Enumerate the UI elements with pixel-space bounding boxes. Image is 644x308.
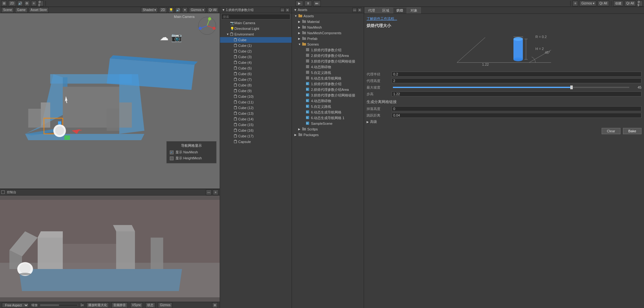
hierarchy-item-10[interactable]: Cube (7) xyxy=(220,77,292,82)
project-item-3[interactable]: ▶NavMeshComponents xyxy=(292,30,364,36)
project-item-15[interactable]: S4.动态障碍物 xyxy=(292,98,364,104)
advanced-row[interactable]: ▶ 高级 xyxy=(367,119,641,124)
scene-view-tab-game[interactable]: Game xyxy=(15,7,27,13)
hierarchy-item-13[interactable]: Cube (10) xyxy=(220,94,292,99)
hierarchy-item-7[interactable]: Cube (4) xyxy=(220,60,292,65)
scene-view-gizmos[interactable]: Gizmos ▾ xyxy=(189,7,206,13)
project-collapse[interactable]: — xyxy=(352,8,357,12)
hierarchy-search-input[interactable] xyxy=(221,14,290,19)
clear-button[interactable]: Clear xyxy=(602,128,620,134)
hierarchy-menu[interactable]: ≡ xyxy=(285,8,290,12)
toolbar-step[interactable]: ⏭ xyxy=(313,1,321,6)
project-item-13[interactable]: S2.烘焙代理参数介绍Area xyxy=(292,87,364,92)
hierarchy-item-21[interactable]: Capsule xyxy=(220,139,292,145)
hierarchy-item-3[interactable]: Cube xyxy=(220,37,292,43)
project-item-20[interactable]: ▶Scritps xyxy=(292,126,364,132)
project-menu[interactable]: ≡ xyxy=(357,8,362,12)
scene-view-tab-scene[interactable]: Scene xyxy=(1,7,14,13)
project-item-10[interactable]: 5.自定义路线 xyxy=(292,70,364,75)
toolbar-icon-layers3[interactable]: ⊘ 9 xyxy=(637,1,643,6)
hierarchy-item-8[interactable]: Cube (5) xyxy=(220,65,292,71)
toolbar-icon-settings[interactable]: ⚙ xyxy=(24,1,30,6)
hierarchy-item-0[interactable]: 📷Main Camera xyxy=(220,20,292,26)
inspector-workflow-link[interactable]: 了解烘件工作流程... xyxy=(367,16,641,21)
gizmos-btn[interactable]: Gizmos xyxy=(158,302,172,308)
console-checkbox[interactable] xyxy=(1,190,5,194)
scene-view-light[interactable]: 💡 xyxy=(168,7,174,13)
nav-checkbox-1[interactable] xyxy=(170,151,174,154)
inspector-tab-3[interactable]: 对象 xyxy=(407,7,421,14)
project-item-1[interactable]: ▶Material xyxy=(292,19,364,25)
inspector-field2-value-0[interactable]: 0 xyxy=(392,106,641,111)
toolbar-play[interactable]: ▶ xyxy=(296,1,303,6)
toolbar-orall2[interactable]: Qr All xyxy=(625,1,636,6)
hierarchy-item-9[interactable]: Cube (6) xyxy=(220,71,292,77)
project-item-21[interactable]: ▶Packages xyxy=(292,132,364,138)
bake-button[interactable]: Bake xyxy=(623,128,641,134)
project-item-0[interactable]: ▼Assets xyxy=(292,13,364,19)
project-item-2[interactable]: ▶NavMesh xyxy=(292,25,364,30)
toolbar-pause[interactable]: ⏸ xyxy=(304,1,312,6)
hierarchy-item-1[interactable]: 💡Directional Light xyxy=(220,26,292,31)
project-item-16[interactable]: S5.自定义路线 xyxy=(292,104,364,109)
scene-view-tab-store[interactable]: Asset Store xyxy=(29,7,49,13)
project-item-12[interactable]: S1.烘焙代理参数介绍 xyxy=(292,81,364,87)
inspector-field2-value-1[interactable]: 0.04 xyxy=(392,113,641,118)
inspector-tab-1[interactable]: 区域 xyxy=(379,7,393,14)
status-btn[interactable]: 状态 xyxy=(145,302,155,308)
hierarchy-item-4[interactable]: Cube (1) xyxy=(220,43,292,48)
inspector-field-value-3[interactable]: 1.22 xyxy=(392,91,641,96)
nav-item-2[interactable]: 显示 HeightMesh xyxy=(170,155,213,161)
hierarchy-item-14[interactable]: Cube (11) xyxy=(220,99,292,105)
mute-btn[interactable]: 音频静音 xyxy=(111,302,128,308)
project-item-17[interactable]: S6.动态生成导航网格 xyxy=(292,109,364,115)
hierarchy-item-6[interactable]: Cube (3) xyxy=(220,54,292,60)
scene-view-audio[interactable]: 🔊 xyxy=(175,7,181,13)
inspector-tab-0[interactable]: 代理 xyxy=(365,7,378,14)
toolbar-create-right[interactable]: 创建 xyxy=(613,1,623,6)
hierarchy-item-20[interactable]: Cube (17) xyxy=(220,133,292,139)
scene-view-fx[interactable]: ✦ xyxy=(182,7,188,13)
hierarchy-item-18[interactable]: Cube (15) xyxy=(220,122,292,128)
toolbar-orall[interactable]: Qr All xyxy=(598,1,609,6)
project-item-5[interactable]: ▼Scenes xyxy=(292,41,364,47)
hierarchy-item-5[interactable]: Cube (2) xyxy=(220,48,292,54)
scene-view-shading[interactable]: Shaded ▾ xyxy=(141,7,158,13)
inspector-tab-2[interactable]: 烘焙 xyxy=(393,7,407,14)
vsync-btn[interactable]: VSync xyxy=(130,302,143,308)
toolbar-icon-scene[interactable]: ⊞ xyxy=(1,1,7,6)
project-item-6[interactable]: 1.烘焙代理参数介绍 xyxy=(292,47,364,53)
project-item-4[interactable]: ▶Prefab xyxy=(292,36,364,41)
hierarchy-item-11[interactable]: Cube (8) xyxy=(220,82,292,88)
toolbar-gizmos[interactable]: Gizmos ▾ xyxy=(579,1,596,6)
hierarchy-item-16[interactable]: Cube (13) xyxy=(220,111,292,116)
nav-checkbox-2[interactable] xyxy=(170,157,174,160)
project-item-19[interactable]: SSampleScene xyxy=(292,121,364,126)
scene-view-2d[interactable]: 2D xyxy=(159,7,167,13)
inspector-field-value-0[interactable]: 0.2 xyxy=(392,72,641,77)
toolbar-icon-layers[interactable]: ≡ xyxy=(31,1,37,6)
project-item-8[interactable]: 3.烘焙代理参数介绍网格链接 xyxy=(292,58,364,64)
hierarchy-item-2[interactable]: ▼Environment xyxy=(220,31,292,37)
hierarchy-collapse[interactable]: — xyxy=(280,8,285,12)
hierarchy-item-12[interactable]: Cube (9) xyxy=(220,88,292,94)
inspector-field-value-1[interactable]: 2 xyxy=(392,78,641,83)
maximize-btn[interactable]: 播放时最大化 xyxy=(86,302,109,308)
project-item-14[interactable]: S3.烘焙代理参数介绍网格链接 xyxy=(292,92,364,98)
console-collapse[interactable]: — xyxy=(206,190,212,195)
toolbar-icon-zero[interactable]: ⊘ 0 xyxy=(38,1,44,6)
nav-item-1[interactable]: 显示 NavMesh xyxy=(170,149,213,155)
toolbar-icon-volume[interactable]: 🔊 xyxy=(17,1,23,6)
project-item-18[interactable]: S6.动态生成导航网格 1 xyxy=(292,115,364,121)
project-item-9[interactable]: 4.动态障碍物 xyxy=(292,64,364,70)
hierarchy-item-15[interactable]: Cube (12) xyxy=(220,105,292,111)
project-item-7[interactable]: 2.烘焙代理参数介绍Area xyxy=(292,53,364,58)
hierarchy-item-17[interactable]: Cube (14) xyxy=(220,116,292,122)
inspector-slider-2[interactable] xyxy=(393,87,629,88)
aspect-selector[interactable]: Free Aspect xyxy=(2,303,29,308)
console-bottom-collapse[interactable]: ⊞ xyxy=(212,302,218,308)
toolbar-btn-2d[interactable]: 2D xyxy=(8,1,16,6)
hierarchy-item-19[interactable]: Cube (16) xyxy=(220,128,292,133)
console-menu[interactable]: ≡ xyxy=(213,190,218,195)
project-item-11[interactable]: 6.动态生成导航网格 xyxy=(292,75,364,81)
